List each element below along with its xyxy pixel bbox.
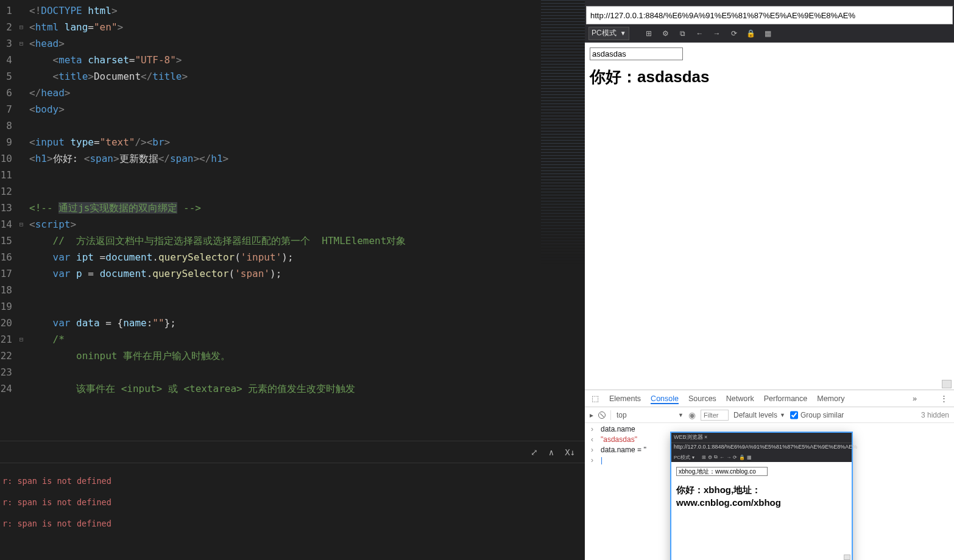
code-editor-pane: 123456789101112131415161718192021222324 … xyxy=(0,0,585,560)
devtools-tab-console[interactable]: Console xyxy=(651,394,679,404)
preview-page-input xyxy=(676,467,768,476)
status-icon-expand[interactable]: ⤢ xyxy=(531,447,538,457)
browser-tool-icon-7[interactable]: ▦ xyxy=(761,26,776,41)
heading-prefix: 你好： xyxy=(590,68,637,86)
page-text-input[interactable] xyxy=(590,47,683,60)
devtools-panel: ⬚ ElementsConsoleSourcesNetworkPerforman… xyxy=(585,390,954,560)
console-clear-icon[interactable] xyxy=(598,411,606,419)
address-bar xyxy=(586,6,953,24)
screenshot-preview-overlay: WEB浏览器 × http://127.0.0.1:8848/%E6%9A%91… xyxy=(671,433,852,560)
status-icon-up[interactable]: ∧ xyxy=(549,447,554,457)
preview-title: WEB浏览器 × xyxy=(671,433,852,443)
console-play-icon[interactable]: ▸ xyxy=(590,411,593,419)
devtools-tab-memory[interactable]: Memory xyxy=(817,394,844,403)
status-icon-x[interactable]: X↓ xyxy=(565,447,575,457)
devtools-more-icon[interactable]: » xyxy=(913,394,917,403)
url-input[interactable] xyxy=(587,11,952,20)
group-similar-checkbox[interactable]: Group similar xyxy=(790,410,844,421)
console-toolbar: ▸ top▼ ◉ Default levels▼ Group similar 3… xyxy=(585,407,954,423)
devtools-tab-sources[interactable]: Sources xyxy=(688,394,716,403)
preview-url: http://127.0.0.1:8848/%E6%9A%91%E5%81%87… xyxy=(671,443,852,452)
browser-tool-icon-2[interactable]: ⧉ xyxy=(676,26,690,41)
browser-pane: PC模式 ▼ ⊞⚙⧉←→⟳🔒▦ 你好：asdasdas ⬚ ElementsCo… xyxy=(585,0,954,560)
editor-body: 123456789101112131415161718192021222324 … xyxy=(0,0,585,441)
code-area[interactable]: <!DOCTYPE html> <html lang="en"> <head> … xyxy=(26,0,406,441)
hidden-count: 3 hidden xyxy=(921,411,949,419)
terminal-error-line: r: span is not defined xyxy=(2,492,582,513)
browser-tool-icon-4[interactable]: → xyxy=(710,26,724,41)
terminal-error-line: r: span is not defined xyxy=(2,513,582,534)
device-mode-label: PC模式 xyxy=(592,28,617,38)
browser-tab-strip xyxy=(585,0,954,6)
devtools-menu-icon[interactable]: ⋮ xyxy=(940,394,948,403)
devtools-dock-icon[interactable] xyxy=(942,380,952,388)
terminal-panel[interactable]: r: span is not definedr: span is not def… xyxy=(0,463,585,560)
line-number-gutter: 123456789101112131415161718192021222324 xyxy=(0,0,17,441)
browser-toolbar: PC模式 ▼ ⊞⚙⧉←→⟳🔒▦ xyxy=(585,24,954,43)
browser-tool-icon-0[interactable]: ⊞ xyxy=(641,26,656,41)
preview-toolbar: PC模式▾ ⊞⚙⧉←→⟳🔒▦ xyxy=(671,452,852,462)
browser-tool-icon-6[interactable]: 🔒 xyxy=(744,26,758,41)
devtools-tab-network[interactable]: Network xyxy=(726,394,754,403)
terminal-error-line: r: span is not defined xyxy=(2,471,582,492)
group-similar-label: Group similar xyxy=(800,411,844,419)
editor-status-bar: ⤢ ∧ X↓ xyxy=(0,441,585,463)
console-filter-input[interactable] xyxy=(701,410,729,421)
context-label: top xyxy=(617,411,627,419)
device-mode-select[interactable]: PC模式 ▼ xyxy=(588,27,629,40)
fold-gutter: ⊟⊟ ⊟ ⊟ xyxy=(17,0,26,441)
minimap[interactable] xyxy=(541,0,585,441)
context-select[interactable]: top▼ xyxy=(617,411,684,419)
devtools-tab-elements[interactable]: Elements xyxy=(609,394,641,403)
log-levels-label: Default levels xyxy=(733,411,777,419)
devtools-tab-performance[interactable]: Performance xyxy=(764,394,808,403)
group-similar-check[interactable] xyxy=(790,410,798,421)
browser-tool-icon-1[interactable]: ⚙ xyxy=(659,26,673,41)
rendered-page: 你好：asdasdas xyxy=(585,43,954,390)
preview-heading: 你好：xbhog,地址： www.cnblog.com/xbhog xyxy=(676,483,847,509)
log-levels-select[interactable]: Default levels▼ xyxy=(733,411,785,419)
heading-span: asdasdas xyxy=(637,68,710,86)
browser-tool-icon-5[interactable]: ⟳ xyxy=(727,26,741,41)
preview-mode: PC模式 xyxy=(674,454,690,461)
preview-h1-line1: 你好：xbhog,地址： xyxy=(676,485,761,495)
browser-tool-icon-3[interactable]: ← xyxy=(693,26,707,41)
devtools-tabs: ⬚ ElementsConsoleSourcesNetworkPerforman… xyxy=(585,390,954,407)
preview-h1-line2: www.cnblog.com/xbhog xyxy=(676,497,781,508)
preview-dock-icon xyxy=(844,555,850,560)
inspect-icon[interactable]: ⬚ xyxy=(591,394,599,403)
page-heading: 你好：asdasdas xyxy=(590,66,949,88)
chevron-down-icon: ▼ xyxy=(620,30,626,37)
